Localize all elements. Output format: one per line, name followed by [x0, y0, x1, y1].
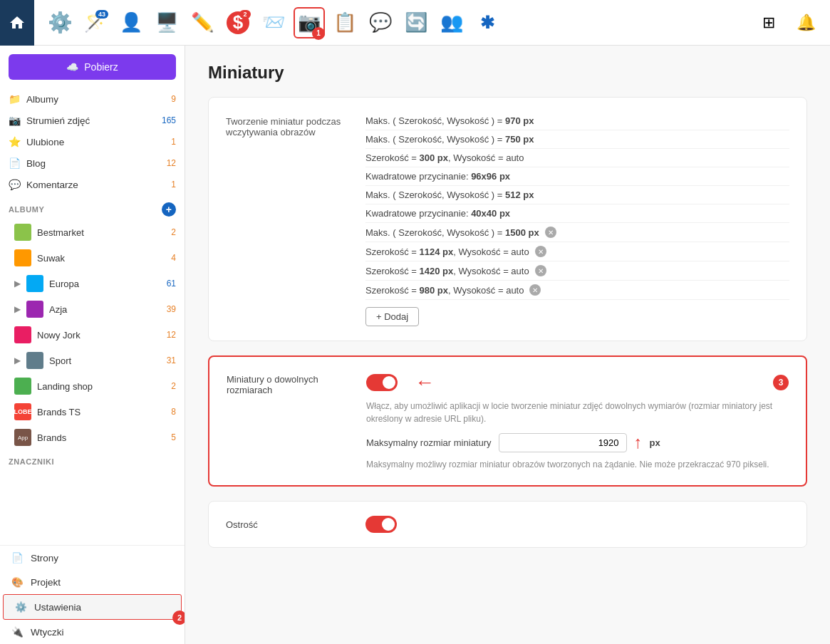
settings-nav-icon[interactable]: ⚙️ [44, 7, 76, 38]
chat-nav-icon[interactable]: 💬 [365, 7, 396, 38]
sidebar-item-strony[interactable]: 📄 Strony [0, 546, 185, 570]
stream-count: 165 [162, 115, 176, 125]
remove-row-9[interactable]: ✕ [529, 284, 541, 296]
wtyczki-label: Wtyczki [31, 627, 64, 638]
landing-shop-label: Landing shop [37, 381, 165, 392]
ulubione-icon: ⭐ [9, 136, 21, 147]
blog-label: Blog [26, 158, 161, 169]
sidebar-item-wtyczki[interactable]: 🔌 Wtyczki [0, 620, 185, 644]
nowy-jork-count: 12 [167, 330, 176, 340]
projekt-label: Projekt [31, 577, 61, 588]
arb-description: Włącz, aby umożliwić aplikacji w locie t… [366, 400, 789, 425]
grid-nav-icon[interactable]: ⊞ [753, 7, 784, 38]
komentarze-icon: 💬 [9, 179, 21, 190]
strony-label: Strony [31, 553, 58, 564]
thumb-row-3: Kwadratowe przycinanie: 96x96 px [365, 167, 789, 186]
bestmarket-label: Bestmarket [37, 227, 165, 238]
annotation-badge-3: 3 [773, 375, 789, 390]
page-title: Miniatury [208, 63, 807, 83]
add-album-button[interactable]: + [162, 202, 176, 217]
thumb-row-7: Szerokość = 1124 px, Wysokość = auto ✕ [365, 242, 789, 261]
add-thumbnail-button[interactable]: + Dodaj [365, 307, 419, 326]
contact-nav-icon[interactable]: 👤 [115, 7, 147, 38]
arb-content: ← 3 Włącz, aby umożliwić aplikacji w loc… [366, 371, 789, 471]
bestmarket-count: 2 [171, 227, 176, 237]
sidebar-item-blog[interactable]: 📄 Blog 12 [0, 152, 185, 174]
thumb-row-2: Szerokość = 300 px, Wysokość = auto [365, 149, 789, 167]
sidebar-item-ustawienia[interactable]: ⚙️ Ustawienia 2 [3, 594, 182, 620]
ustawienia-annotation-badge: 2 [172, 611, 185, 625]
wand-nav-icon[interactable]: 🪄 43 [80, 7, 111, 38]
remove-row-6[interactable]: ✕ [545, 227, 556, 238]
bestmarket-thumb [14, 224, 31, 241]
download-icon: ☁️ [66, 61, 78, 73]
home-button[interactable] [0, 0, 34, 46]
azja-label: Azja [49, 304, 161, 315]
send-nav-icon[interactable]: 📨 [258, 7, 289, 38]
people-nav-icon[interactable]: 👥 [436, 7, 467, 38]
asterisk-nav-icon[interactable]: ✱ [472, 7, 503, 38]
album-brands[interactable]: App Brands 5 [0, 425, 185, 450]
sharpness-card: Ostrość [208, 501, 807, 548]
wand-badge: 43 [95, 10, 108, 19]
album-sport[interactable]: ▶ Sport 31 [0, 348, 185, 373]
blog-count: 12 [167, 158, 176, 168]
download-label: Pobierz [84, 61, 118, 73]
arrow-icon-2: ↑ [634, 432, 643, 452]
ulubione-count: 1 [171, 137, 176, 147]
album-bestmarket[interactable]: Bestmarket 2 [0, 219, 185, 245]
remove-row-7[interactable]: ✕ [535, 246, 546, 257]
monitor-nav-icon[interactable]: 🖥️ [151, 7, 182, 38]
dollar-badge: 2 [239, 10, 251, 19]
album-europa[interactable]: ▶ Europa 61 [0, 271, 185, 296]
sidebar-item-projekt[interactable]: 🎨 Projekt [0, 570, 185, 594]
brands-ts-label: Brands TS [37, 407, 165, 417]
reload-nav-icon[interactable]: 🔄 [400, 7, 432, 38]
stream-label: Strumień zdjęć [26, 115, 156, 126]
arb-label: Miniatury o dowolnych rozmiarach [227, 371, 355, 395]
list-nav-icon[interactable]: 📋 [329, 7, 360, 38]
thumb-row-5: Kwadratowe przycinanie: 40x40 px [365, 204, 789, 223]
album-suwak[interactable]: Suwak 4 [0, 245, 185, 271]
nowy-jork-thumb [14, 326, 31, 343]
album-azja[interactable]: ▶ Azja 39 [0, 296, 185, 322]
album-landing-shop[interactable]: Landing shop 2 [0, 373, 185, 399]
camera-badge: 1 [312, 27, 325, 40]
ulubione-label: Ulubione [26, 137, 165, 147]
znaczniki-header: ZNACZNIKI [0, 450, 185, 469]
sidebar-item-ulubione[interactable]: ⭐ Ulubione 1 [0, 131, 185, 152]
arb-main-row: Miniatury o dowolnych rozmiarach ← 3 Włą… [227, 371, 789, 471]
thumb-row-6: Maks. ( Szerokość, Wysokość ) = 1500 px … [365, 223, 789, 242]
bell-nav-icon[interactable]: 🔔 [790, 7, 821, 38]
sidebar-item-komentarze[interactable]: 💬 Komentarze 1 [0, 174, 185, 195]
komentarze-label: Komentarze [26, 180, 165, 190]
toggle-row: ← 3 [366, 371, 789, 394]
top-navigation: ⚙️ 🪄 43 👤 🖥️ ✏️ $ 2 📨 📷 1 📋 💬 🔄 👥 [0, 0, 830, 46]
wtyczki-icon: 🔌 [11, 626, 24, 638]
arbitrary-toggle[interactable] [366, 374, 398, 391]
remove-row-8[interactable]: ✕ [535, 265, 546, 276]
suwak-label: Suwak [37, 253, 165, 264]
stream-icon: 📷 [9, 115, 21, 126]
ustawienia-label: Ustawienia [34, 602, 81, 613]
arb-note: Maksymalny możliwy rozmiar miniatur obra… [366, 458, 789, 471]
europa-count: 61 [167, 279, 176, 289]
album-brands-ts[interactable]: LOBE Brands TS 8 [0, 399, 185, 425]
download-button[interactable]: ☁️ Pobierz [9, 54, 176, 80]
arrow-icon-1: ← [415, 371, 435, 394]
nowy-jork-label: Nowy Jork [37, 330, 161, 341]
sharpness-toggle[interactable] [365, 516, 397, 533]
camera-nav-icon[interactable]: 📷 1 [294, 7, 325, 38]
brands-label: Brands [37, 432, 165, 443]
max-size-unit: px [650, 437, 660, 448]
dollar-nav-icon[interactable]: $ 2 [222, 7, 254, 38]
europa-chevron: ▶ [14, 279, 21, 289]
album-nowy-jork[interactable]: Nowy Jork 12 [0, 322, 185, 348]
max-size-input[interactable] [499, 433, 627, 452]
landing-shop-count: 2 [171, 381, 176, 391]
pencil-nav-icon[interactable]: ✏️ [187, 7, 218, 38]
sidebar-item-albumy[interactable]: 📁 Albumy 9 [0, 88, 185, 110]
europa-label: Europa [49, 279, 161, 289]
sport-label: Sport [49, 355, 161, 366]
sidebar-item-stream[interactable]: 📷 Strumień zdjęć 165 [0, 110, 185, 131]
